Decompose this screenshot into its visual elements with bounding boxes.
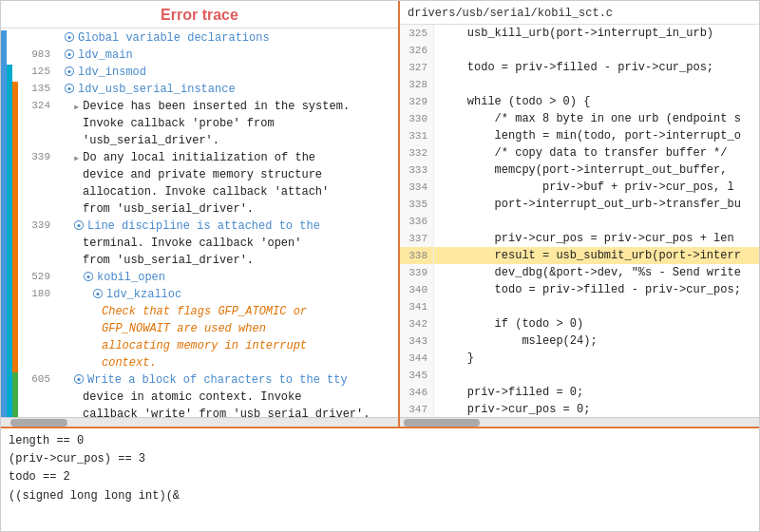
trace-row: 180 ⦿ ldv_kzalloc [1,287,398,304]
code-line: 339 dev_dbg(&port->dev, "%s - Send write [400,264,759,281]
trace-text: terminal. Invoke callback 'open' [83,237,301,250]
code-line: 341 [400,298,759,315]
code-line-text [434,213,446,230]
trace-content: callback 'write' from 'usb_serial_driver… [18,407,398,417]
code-line-text: result = usb_submit_urb(port->interr [434,247,747,264]
trace-text: ldv_main [78,48,133,62]
color-bars [1,201,18,218]
trace-content: context. [18,355,398,372]
trace-row: 605 ⦿ Write a block of characters to the… [1,372,398,390]
trace-content: 125 ⦿ ldv_insmod [18,65,398,82]
color-bars [1,167,18,184]
code-line-text: usb_kill_urb(port->interrupt_in_urb) [434,25,719,42]
trace-row: GFP_NOWAIT are used when [1,321,398,338]
left-horizontal-scrollbar[interactable] [1,417,398,427]
trace-text: 'usb_serial_driver'. [83,134,219,147]
code-line-text: priv->cur_pos = priv->cur_pos + len [434,230,740,247]
code-line: 337 priv->cur_pos = priv->cur_pos + len [400,230,759,247]
code-line-text: } [434,350,480,367]
code-line-number: 347 [400,401,434,417]
code-line-text [434,42,446,59]
trace-text: Invoke callback 'probe' from [83,117,275,130]
trace-content: 180 ⦿ ldv_kzalloc [18,287,398,304]
trace-row: Check that flags GFP_ATOMIC or [1,304,398,321]
code-line: 329 while (todo > 0) { [400,93,759,110]
code-line-number: 343 [400,332,434,350]
code-line-text [434,298,446,315]
line-num: 180 [20,288,50,299]
trace-content: 339 ▸ Do any local initialization of the [18,150,398,167]
color-bars [1,218,18,236]
code-line: 333 memcpy(port->interrupt_out_buffer, [400,162,759,179]
trace-content: Check that flags GFP_ATOMIC or [18,304,398,321]
dot-icon: ⦿ [73,373,85,388]
code-line: 347 priv->cur_pos = 0; [400,401,759,417]
code-line-number: 346 [400,384,434,401]
right-panel-code[interactable]: 325 usb_kill_urb(port->interrupt_in_urb)… [400,25,759,417]
color-bars [1,253,18,270]
right-panel: drivers/usb/serial/kobil_sct.c 325 usb_k… [400,1,759,427]
trace-text: kobil_open [97,271,165,284]
trace-row: 339 ▸ Do any local initialization of the [1,150,398,167]
right-horizontal-scrollbar[interactable] [400,417,759,427]
code-line-number: 329 [400,93,434,110]
color-bars [1,338,18,355]
code-line-text: /* max 8 byte in one urb (endpoint s [434,110,747,127]
trace-content: from 'usb_serial_driver'. [18,253,398,270]
trace-text: ldv_kzalloc [106,288,181,301]
code-line-number: 326 [400,42,434,59]
code-line: 334 priv->buf + priv->cur_pos, l [400,179,759,196]
color-bars [1,287,18,304]
code-line-text: length = min(todo, port->interrupt_o [434,127,747,144]
left-scrollbar-thumb[interactable] [10,419,67,427]
top-panels: Error trace ⦿ Global variable declaratio… [1,1,759,427]
code-line-text: todo = priv->filled - priv->cur_pos; [434,281,747,298]
trace-row: 125 ⦿ ldv_insmod [1,65,398,82]
color-bars [1,82,18,99]
code-line: 325 usb_kill_urb(port->interrupt_in_urb) [400,25,759,42]
dot-icon: ⦿ [92,288,104,302]
trace-text: device in atomic context. Invoke [83,390,301,404]
trace-row: allocation. Invoke callback 'attach' [1,184,398,201]
code-line: 344 } [400,350,759,367]
left-panel: Error trace ⦿ Global variable declaratio… [1,1,400,427]
code-line: 335 port->interrupt_out_urb->transfer_bu [400,196,759,213]
trace-text: device and private memory structure [83,168,322,181]
bottom-panel[interactable]: length == 0(priv->cur_pos) == 3todo == 2… [1,427,759,531]
color-bars [1,48,18,65]
bottom-panel-line: ((signed long long int)(& [9,487,751,505]
code-line-text: while (todo > 0) { [434,93,596,110]
trace-row: 529 ⦿ kobil_open [1,270,398,287]
dot-icon: ⦿ [64,31,75,46]
code-line-text: if (todo > 0) [434,315,589,332]
code-line-number: 330 [400,110,434,127]
right-scrollbar-thumb[interactable] [404,419,480,427]
dot-icon: ⦿ [64,48,75,63]
code-line-number: 344 [400,350,434,367]
dot-icon: ⦿ [64,66,75,80]
code-line-text: /* copy data to transfer buffer */ [434,144,732,162]
bottom-panel-line: todo == 2 [9,468,751,486]
color-bars [1,236,18,253]
trace-content: 'usb_serial_driver'. [18,133,398,150]
code-line: 330 /* max 8 byte in one urb (endpoint s [400,110,759,127]
trace-row: 339 ⦿ Line discipline is attached to the [1,218,398,236]
color-bars [1,407,18,417]
trace-text: ldv_usb_serial_instance [78,83,236,96]
dot-icon: ⦿ [83,271,94,285]
color-bars [1,150,18,167]
line-num: 983 [20,48,50,60]
trace-row: device in atomic context. Invoke [1,390,398,407]
line-num: 135 [20,83,50,94]
code-line-number: 327 [400,59,434,76]
code-line-number: 325 [400,25,434,42]
line-num: 529 [20,271,50,282]
code-line-text: priv->cur_pos = 0; [434,401,596,417]
trace-row: callback 'write' from 'usb_serial_driver… [1,407,398,417]
trace-content: GFP_NOWAIT are used when [18,321,398,338]
left-panel-content[interactable]: ⦿ Global variable declarations 983 ⦿ ldv [1,28,398,417]
trace-row: allocating memory in interrupt [1,338,398,355]
trace-text: from 'usb_serial_driver'. [83,254,254,267]
left-panel-title: Error trace [1,1,398,28]
trace-content: 135 ⦿ ldv_usb_serial_instance [18,82,398,99]
